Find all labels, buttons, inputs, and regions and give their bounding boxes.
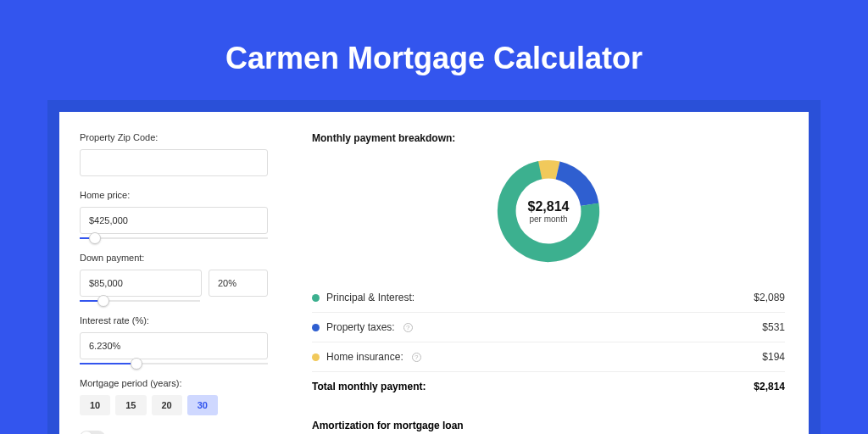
slider-fill [80, 363, 136, 364]
period-option-10[interactable]: 10 [80, 395, 110, 415]
help-icon[interactable]: ? [412, 353, 421, 362]
legend-dot-icon [312, 353, 320, 361]
legend-value: $194 [762, 351, 785, 363]
period-option-20[interactable]: 20 [152, 395, 182, 415]
donut-amount: $2,814 [528, 199, 570, 214]
legend-dot-icon [312, 324, 320, 331]
amortization-title: Amortization for mortgage loan [312, 420, 785, 431]
veteran-toggle[interactable] [80, 431, 105, 434]
inputs-column: Property Zip Code: Home price: Down paym… [59, 112, 288, 434]
legend-dot-icon [312, 294, 320, 302]
slider-thumb[interactable] [89, 232, 101, 244]
zip-label: Property Zip Code: [80, 132, 268, 142]
legend-list: Principal & Interest:$2,089Property taxe… [312, 283, 785, 372]
breakdown-column: Monthly payment breakdown: $2,814 per mo… [288, 112, 809, 434]
down-payment-label: Down payment: [80, 253, 268, 263]
legend-row: Property taxes:?$531 [312, 313, 785, 342]
home-price-slider[interactable] [80, 237, 268, 239]
legend-label: Principal & Interest: [326, 292, 415, 303]
zip-input[interactable] [80, 149, 268, 176]
home-price-input[interactable] [80, 207, 268, 234]
period-option-15[interactable]: 15 [115, 395, 146, 415]
slider-thumb[interactable] [131, 358, 142, 370]
total-value: $2,814 [754, 381, 785, 392]
interest-rate-input[interactable] [80, 332, 268, 359]
total-label: Total monthly payment: [312, 381, 426, 392]
legend-label: Property taxes: [326, 321, 395, 333]
calculator-panel: Property Zip Code: Home price: Down paym… [59, 112, 809, 434]
legend-row: Home insurance:?$194 [312, 342, 785, 372]
donut-center: $2,814 per month [493, 156, 604, 266]
legend-value: $531 [762, 321, 785, 333]
home-price-label: Home price: [80, 190, 268, 200]
down-payment-pct-input[interactable] [209, 270, 268, 297]
help-icon[interactable]: ? [403, 323, 413, 332]
legend-row: Principal & Interest:$2,089 [312, 283, 785, 313]
interest-rate-slider[interactable] [80, 363, 268, 364]
legend-value: $2,089 [754, 292, 785, 303]
interest-rate-label: Interest rate (%): [80, 315, 268, 326]
slider-thumb[interactable] [97, 295, 109, 307]
period-option-30[interactable]: 30 [187, 395, 218, 415]
page-title: Carmen Mortgage Calculator [47, 41, 821, 76]
mortgage-period-label: Mortgage period (years): [80, 378, 268, 388]
donut-chart: $2,814 per month [493, 156, 604, 266]
total-row: Total monthly payment: $2,814 [312, 372, 785, 401]
down-payment-input[interactable] [80, 270, 202, 297]
mortgage-period-group: 10152030 [80, 395, 268, 415]
legend-label: Home insurance: [326, 351, 403, 363]
donut-sub: per month [529, 214, 567, 224]
breakdown-title: Monthly payment breakdown: [312, 132, 785, 144]
donut-area: $2,814 per month [312, 156, 785, 266]
panel-backdrop: Property Zip Code: Home price: Down paym… [47, 100, 821, 434]
down-payment-slider[interactable] [80, 300, 200, 302]
